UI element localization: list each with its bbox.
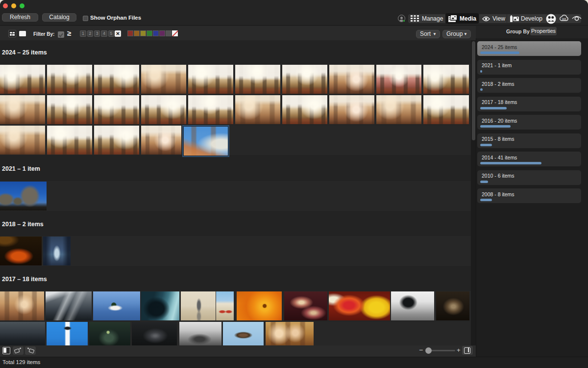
svg-text:365: 365 xyxy=(562,18,566,21)
